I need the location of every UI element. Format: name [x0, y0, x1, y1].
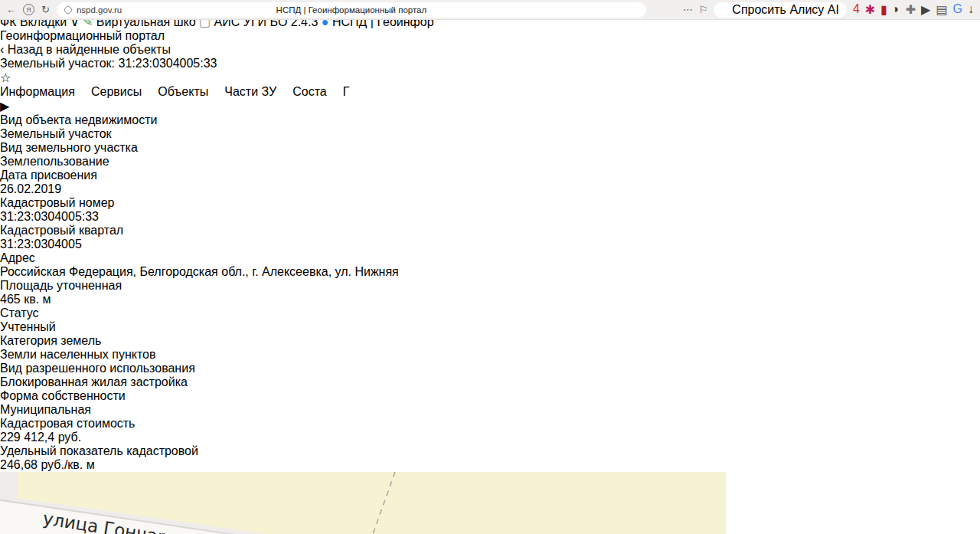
- field-row: Площадь уточненная 465 кв. м: [0, 279, 980, 306]
- site-icon: [64, 6, 72, 14]
- field-row: Вид объекта недвижимости Земельный участ…: [0, 113, 980, 141]
- back-icon[interactable]: ←: [6, 5, 16, 15]
- dark-extension-icon[interactable]: ◗: [893, 2, 900, 17]
- address-bar[interactable]: nspd.gov.ru НСПД | Геоинформационный пор…: [57, 2, 646, 18]
- video-play-icon[interactable]: ▶: [921, 2, 930, 17]
- download-icon[interactable]: ↓: [968, 2, 974, 17]
- adguard-icon[interactable]: 4: [853, 2, 860, 17]
- panel-tabs: ИнформацияСервисыОбъектыЧасти ЗУСостаГ ▶: [0, 85, 980, 113]
- yandex-home-icon[interactable]: Я: [23, 4, 34, 15]
- bookmark-flag-icon[interactable]: ⚐: [699, 5, 708, 15]
- flag-extension-icon[interactable]: ▮: [880, 2, 887, 17]
- refresh-icon[interactable]: ↻: [41, 5, 50, 15]
- app-title: Геоинформационный портал: [0, 29, 165, 42]
- field-row: Кадастровая стоимость 229 412,4 руб.: [0, 417, 980, 444]
- panel-header: Геоинформационный портал: [0, 29, 980, 43]
- chevron-left-icon: ‹: [0, 43, 4, 56]
- field-row: Категория земель Земли населенных пункто…: [0, 334, 980, 362]
- map-canvas[interactable]: улица Гончаровка Нижняя улица циан ID 32…: [0, 472, 726, 534]
- field-row: Адрес Российская Федерация, Белгородская…: [0, 251, 980, 279]
- fields-list: Вид объекта недвижимости Земельный участ…: [0, 113, 980, 472]
- screen: ← Я ↻ nspd.gov.ru НСПД | Геоинформационн…: [0, 0, 980, 534]
- puzzle-extensions-icon[interactable]: ✚: [906, 2, 916, 17]
- alice-button[interactable]: Спросить Алису AI: [714, 2, 847, 18]
- browser-chrome: ← Я ↻ nspd.gov.ru НСПД | Геоинформационн…: [0, 0, 980, 20]
- field-row: Удельный показатель кадастровой 246,68 р…: [0, 444, 980, 472]
- field-row: Дата присвоения 26.02.2019: [0, 169, 980, 196]
- field-row: Кадастровый номер 31:23:0304005:33: [0, 196, 980, 224]
- translate-icon[interactable]: G: [953, 2, 962, 17]
- alice-icon: [717, 5, 727, 15]
- favorite-star-icon[interactable]: ☆: [0, 70, 980, 85]
- parcel-title: Земельный участок: 31:23:0304005:33: [0, 57, 980, 70]
- field-row: Вид разрешенного использования Блокирова…: [0, 362, 980, 389]
- map-area: улица Гончаровка Нижняя улица циан ID 32…: [0, 472, 980, 534]
- url-text[interactable]: nspd.gov.ru: [77, 5, 122, 15]
- rose-extension-icon[interactable]: ✱: [865, 2, 875, 17]
- extensions-row: 4✱▮◗✚▶▤G↓: [853, 2, 974, 17]
- back-to-results-link[interactable]: ‹ Назад в найденные объекты: [0, 43, 980, 57]
- chrome-right-cluster: ⋯ ⚐ Спросить Алису AI 4✱▮◗✚▶▤G↓: [683, 2, 974, 18]
- page-title: НСПД | Геоинформационный портал: [57, 5, 646, 15]
- field-row: Статус Учтенный: [0, 306, 980, 334]
- field-row: Форма собственности Муниципальная: [0, 389, 980, 417]
- more-icon[interactable]: ⋯: [683, 5, 693, 15]
- info-panel: Геоинформационный портал ‹ Назад в найде…: [0, 29, 980, 472]
- tabs-cards-icon[interactable]: ▤: [936, 2, 947, 17]
- field-row: Вид земельного участка Землепользование: [0, 141, 980, 169]
- tabs-scroll-icon[interactable]: ▶: [0, 100, 9, 113]
- field-row: Кадастровый квартал 31:23:0304005: [0, 224, 980, 251]
